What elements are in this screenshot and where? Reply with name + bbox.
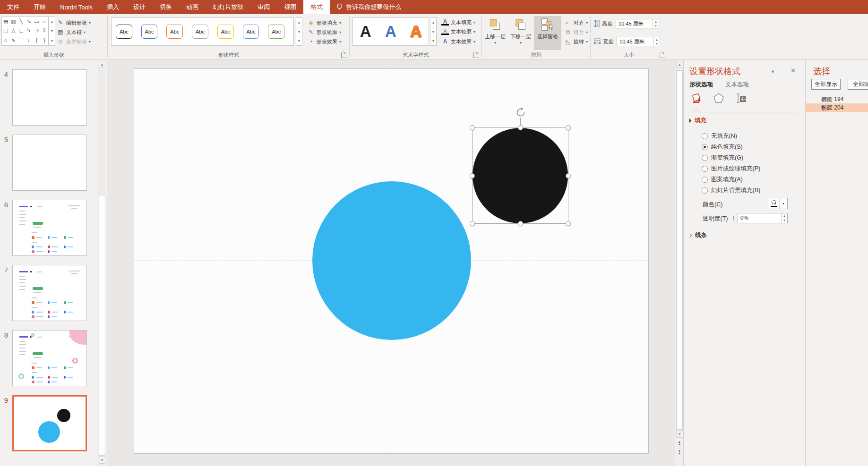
group-button[interactable]: ⧉ 组合▾ — [564, 28, 588, 36]
resize-handle-nw[interactable] — [470, 125, 475, 130]
transparency-input[interactable]: 0% ▲▼ — [738, 213, 788, 223]
ribbon-tab[interactable]: 审阅 — [250, 0, 277, 14]
scrollbar-thumb[interactable] — [676, 70, 683, 430]
fill-option-radio[interactable]: 无填充(N) — [702, 132, 737, 140]
shape-list-item[interactable]: 椭圆 204 — [806, 103, 868, 112]
blue-ellipse-shape[interactable] — [312, 181, 471, 340]
ribbon-tab[interactable]: 设计 — [126, 0, 153, 14]
shape-list-item[interactable]: 椭圆 194 — [806, 95, 868, 103]
resize-handle-ne[interactable] — [566, 125, 571, 130]
width-spinner[interactable]: ▲▼ — [653, 37, 660, 46]
slide[interactable] — [134, 68, 649, 454]
left-brace-shape-icon[interactable]: { — [33, 35, 40, 45]
resize-handle-se[interactable] — [566, 221, 571, 226]
resize-handle-sw[interactable] — [470, 221, 475, 226]
tab-text-options[interactable]: 文本选项 — [725, 81, 749, 89]
fill-color-button[interactable]: ▼ — [768, 198, 788, 209]
send-backward-button[interactable]: 下移一层 ▾ — [508, 16, 533, 50]
selection-pane-button[interactable]: 选择窗格 — [534, 16, 561, 50]
scroll-up-icon[interactable]: ▲ — [99, 61, 105, 68]
vertical-text-box-icon[interactable]: ▥ — [9, 17, 17, 26]
resize-handle-e[interactable] — [566, 173, 571, 178]
shape-effects-button[interactable]: ◔ 形状效果▾ — [307, 38, 341, 45]
fill-option-radio[interactable]: 幻灯片背景填充(B) — [702, 186, 760, 195]
ribbon-tab[interactable]: 切换 — [153, 0, 179, 14]
fill-option-radio[interactable]: 纯色填充(S) — [702, 143, 743, 151]
slide-thumbnail[interactable]: 8 — [0, 330, 87, 386]
scroll-up-icon[interactable]: ▲ — [49, 17, 55, 26]
style-black[interactable]: Abc — [116, 25, 132, 39]
transparency-spinner[interactable]: ▲▼ — [781, 213, 787, 223]
size-dialog-launcher[interactable] — [660, 52, 665, 58]
style-gallery-scroll[interactable]: ▲▼▼ — [296, 17, 302, 46]
shape-styles-dialog-launcher[interactable] — [341, 52, 347, 58]
slide-thumbnail[interactable]: 6 — [0, 200, 87, 256]
hide-all-button[interactable]: 全部隐藏 — [848, 79, 868, 90]
ribbon-tab[interactable]: 文件 — [0, 0, 26, 14]
bring-forward-button[interactable]: 上移一层 ▾ — [483, 16, 507, 50]
fill-option-radio[interactable]: 渐变填充(G) — [702, 154, 743, 162]
curve-shape-icon[interactable]: ≀ — [25, 35, 33, 45]
align-button[interactable]: ⇤ 对齐▾ — [564, 19, 588, 26]
effects-icon[interactable] — [712, 91, 725, 105]
shape-fill-button[interactable]: ◈ 形状填充▾ — [307, 19, 341, 26]
transparency-slider[interactable]: Ⅰ — [733, 215, 735, 222]
style-yellow[interactable]: Abc — [217, 25, 234, 39]
wordart-gallery-scroll[interactable]: ▲▼▼ — [430, 17, 437, 46]
shape-outline-button[interactable]: ✎ 形状轮廓▾ — [307, 28, 341, 36]
edit-shape-button[interactable]: ✎ 编辑形状▾ — [57, 19, 91, 26]
height-spinner[interactable]: ▲▼ — [653, 19, 659, 28]
fill-option-radio[interactable]: 图片或纹理填充(P) — [702, 165, 760, 173]
right-arrow-shape-icon[interactable]: ⇨ — [33, 26, 40, 35]
style-gray[interactable]: Abc — [192, 25, 208, 39]
scroll-down-icon[interactable]: ▼ — [99, 457, 105, 464]
wordart-dialog-launcher[interactable] — [473, 52, 479, 58]
elbow-connector-shape-icon[interactable]: ∟ — [17, 26, 25, 35]
wordart-blue[interactable]: A — [379, 21, 402, 42]
fill-option-radio[interactable]: 图案填充(A) — [702, 176, 743, 184]
fill-and-line-icon[interactable] — [690, 91, 704, 105]
ribbon-tab[interactable]: 视图 — [277, 0, 303, 14]
oval-shape-icon[interactable]: ○ — [41, 17, 48, 26]
ribbon-tab[interactable]: 幻灯片放映 — [206, 0, 250, 14]
panel-options-icon[interactable]: ▼ — [771, 69, 775, 74]
rectangle-shape-icon[interactable]: ▭ — [33, 17, 40, 26]
resize-handle-s[interactable] — [518, 221, 523, 226]
arrow-line-shape-icon[interactable]: ↘ — [25, 17, 33, 26]
style-green[interactable]: Abc — [268, 25, 284, 39]
arc-shape-icon[interactable]: ⌒ — [17, 35, 25, 45]
rotate-button[interactable]: ◺ 旋转▾ — [564, 38, 588, 45]
previous-slide-button[interactable]: ▲▲ — [676, 441, 683, 447]
height-input[interactable]: 10.45 厘米 ▲▼ — [616, 19, 659, 28]
text-outline-button[interactable]: A 文本轮廓▾ — [441, 28, 475, 35]
ribbon-tab[interactable]: 动画 — [179, 0, 206, 14]
slide-thumbnail[interactable]: 9 — [0, 395, 87, 451]
wordart-orange-outline[interactable]: A — [404, 21, 427, 42]
tell-me-box[interactable]: 告诉我你想要做什么 — [330, 0, 408, 14]
scroll-down-icon[interactable]: ▼ — [49, 26, 55, 36]
resize-handle-w[interactable] — [470, 173, 475, 178]
triangle-shape-icon[interactable]: △ — [9, 26, 17, 35]
line-shape-icon[interactable]: ╲ — [17, 17, 25, 26]
text-effects-button[interactable]: A 文本效果▾ — [441, 38, 475, 45]
canvas-scrollbar[interactable]: ▲ ▼ ▲▲ ▼▼ — [675, 60, 683, 466]
wordart-black[interactable]: A — [354, 21, 377, 42]
tab-shape-options[interactable]: 形状选项 — [689, 81, 713, 89]
scribble-shape-icon[interactable]: ∿ — [9, 35, 17, 45]
freeform-shape-icon[interactable]: ⌂ — [2, 35, 9, 45]
show-all-button[interactable]: 全部显示 — [811, 79, 841, 90]
thumbnail-scrollbar[interactable]: ▲ ▼ — [98, 60, 105, 466]
gallery-more-icon[interactable]: ▼ — [49, 36, 55, 45]
ribbon-tab[interactable]: 插入 — [100, 0, 126, 14]
width-input[interactable]: 10.45 厘米 ▲▼ — [617, 37, 660, 46]
elbow-arrow-connector-shape-icon[interactable]: ↳ — [25, 26, 33, 35]
line-section-header[interactable]: 线条 — [688, 231, 707, 239]
scrollbar-thumb[interactable] — [99, 195, 105, 456]
scroll-down-icon[interactable]: ▼ — [676, 431, 683, 438]
fill-section-header[interactable]: 填充 — [688, 117, 706, 125]
rounded-rectangle-shape-icon[interactable]: ▢ — [2, 26, 9, 35]
slide-thumbnail[interactable]: 5 — [0, 135, 87, 191]
style-blue[interactable]: Abc — [141, 25, 158, 39]
text-box-button[interactable]: ▤ 文本框▾ — [57, 28, 86, 36]
ribbon-tab[interactable]: 开始 — [26, 0, 53, 14]
